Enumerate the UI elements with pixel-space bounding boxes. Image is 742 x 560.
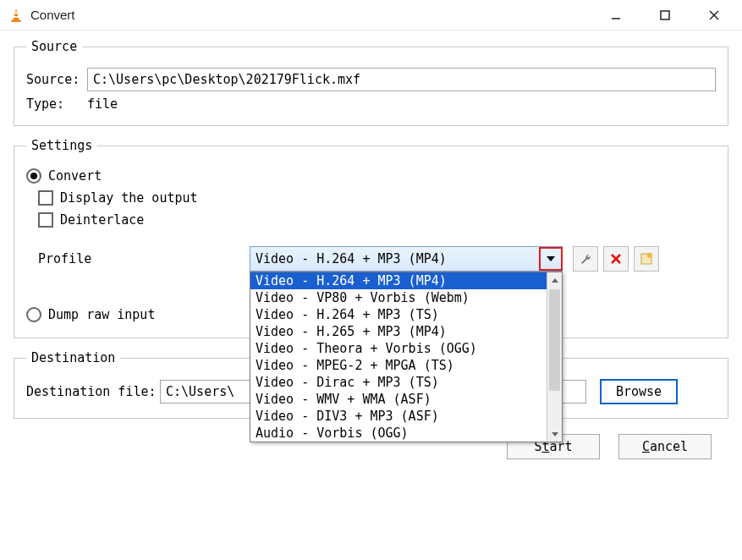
source-legend: Source	[26, 39, 82, 54]
chevron-down-icon	[547, 256, 555, 261]
profile-option[interactable]: Video - MPEG-2 + MPGA (TS)	[250, 357, 547, 374]
convert-radio[interactable]	[26, 168, 41, 184]
scroll-down-icon[interactable]	[547, 426, 562, 442]
profile-option[interactable]: Video - WMV + WMA (ASF)	[250, 391, 547, 408]
scroll-thumb[interactable]	[549, 289, 560, 391]
window-title: Convert	[30, 8, 75, 22]
settings-legend: Settings	[26, 138, 97, 153]
scroll-up-icon[interactable]	[547, 272, 562, 288]
browse-button[interactable]: Browse	[600, 379, 678, 404]
dump-raw-radio[interactable]	[26, 307, 41, 322]
window-controls	[591, 0, 739, 30]
svg-rect-1	[14, 16, 19, 18]
maximize-button[interactable]	[640, 0, 690, 30]
minimize-button[interactable]	[591, 0, 640, 30]
edit-profile-button[interactable]	[573, 246, 598, 272]
vlc-icon	[8, 8, 24, 23]
wrench-icon	[579, 252, 592, 266]
source-group: Source Source: Type: file	[14, 39, 728, 126]
source-input[interactable]	[87, 68, 716, 91]
deinterlace-checkbox[interactable]	[38, 212, 53, 228]
dialog-content: Source Source: Type: file Settings Conve…	[0, 30, 742, 466]
profile-option[interactable]: Video - VP80 + Vorbis (Webm)	[250, 289, 547, 306]
delete-profile-button[interactable]	[603, 246, 629, 272]
profile-option[interactable]: Video - Dirac + MP3 (TS)	[250, 374, 547, 391]
profile-option[interactable]: Video - H.264 + MP3 (MP4)	[250, 272, 547, 289]
new-profile-button[interactable]	[634, 246, 659, 272]
profile-caret-highlight[interactable]	[539, 247, 563, 271]
profile-option[interactable]: Video - H.265 + MP3 (MP4)	[250, 323, 547, 340]
svg-point-13	[647, 253, 652, 258]
cancel-button[interactable]: Cancel	[618, 434, 712, 459]
profile-label: Profile	[38, 251, 250, 266]
display-output-checkbox[interactable]	[38, 190, 53, 206]
svg-rect-2	[11, 19, 20, 21]
profile-combobox[interactable]: Video - H.264 + MP3 (MP4)	[250, 246, 563, 272]
profile-option[interactable]: Audio - Vorbis (OGG)	[250, 425, 547, 442]
dropdown-scrollbar[interactable]	[547, 272, 562, 442]
deinterlace-label: Deinterlace	[60, 212, 144, 228]
svg-marker-7	[547, 256, 555, 261]
convert-radio-label: Convert	[48, 168, 102, 184]
settings-group: Settings Convert Display the output Dein…	[14, 138, 728, 338]
svg-rect-0	[14, 12, 19, 14]
close-button[interactable]	[690, 0, 739, 30]
svg-marker-9	[552, 432, 558, 436]
destination-label: Destination file:	[26, 384, 160, 399]
svg-marker-8	[552, 278, 558, 283]
type-label: Type:	[26, 96, 87, 112]
new-icon	[640, 253, 652, 265]
destination-legend: Destination	[26, 350, 120, 365]
source-label: Source:	[26, 72, 87, 87]
profile-option[interactable]: Video - H.264 + MP3 (TS)	[250, 306, 547, 323]
svg-rect-4	[661, 11, 669, 19]
profile-option[interactable]: Video - Theora + Vorbis (OGG)	[250, 340, 547, 357]
x-icon	[610, 253, 622, 265]
titlebar: Convert	[0, 0, 742, 30]
display-output-label: Display the output	[60, 190, 198, 206]
profile-option[interactable]: Video - DIV3 + MP3 (ASF)	[250, 408, 547, 425]
profile-selected-text: Video - H.264 + MP3 (MP4)	[250, 251, 540, 266]
profile-dropdown: Video - H.264 + MP3 (MP4)Video - VP80 + …	[250, 272, 563, 442]
dump-raw-label: Dump raw input	[48, 307, 155, 322]
type-value: file	[87, 96, 118, 112]
